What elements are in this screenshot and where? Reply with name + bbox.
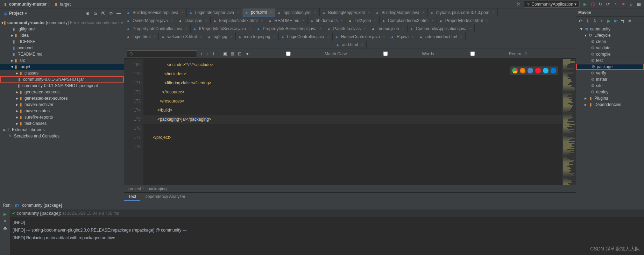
tree-item[interactable]: ▸ ▮generated-test-sources: [0, 95, 124, 101]
next-icon[interactable]: ›: [613, 2, 618, 7]
pin-icon[interactable]: ⏏: [2, 226, 7, 231]
editor-tab[interactable]: ●welcome-3.html×: [159, 33, 205, 41]
close-icon[interactable]: ×: [363, 26, 366, 31]
maven-phase-test[interactable]: ⚙ test: [576, 57, 644, 64]
close-icon[interactable]: ×: [361, 42, 363, 47]
tree-item[interactable]: ▮README.md: [0, 51, 124, 57]
editor-tab[interactable]: ●BuildingMapper.xml×: [320, 8, 373, 16]
close-icon[interactable]: ×: [302, 18, 305, 23]
editor-tab[interactable]: ●init2.json×: [346, 16, 379, 24]
close-icon[interactable]: ×: [383, 34, 385, 39]
editor-tab[interactable]: ●bg2.jpg×: [205, 33, 235, 41]
editor-tab[interactable]: ●mybatis-plus-core-3.4.0.pom×: [428, 8, 498, 16]
close-icon[interactable]: ×: [230, 34, 233, 39]
settings-icon[interactable]: ⚙: [108, 11, 113, 16]
maven-phase-site[interactable]: ⚙ site: [576, 83, 644, 89]
close-icon[interactable]: ×: [492, 10, 495, 15]
close-icon[interactable]: ×: [171, 18, 173, 23]
close-icon[interactable]: ×: [422, 10, 425, 15]
editor-tab[interactable]: ●add.html×: [333, 41, 366, 49]
tree-item[interactable]: ▸ ▮test-classes: [0, 120, 124, 127]
editor-tab[interactable]: ●OwnerMapper.java×: [124, 16, 176, 24]
close-icon[interactable]: ×: [181, 10, 184, 15]
close-icon[interactable]: ×: [237, 10, 239, 15]
close-icon[interactable]: ×: [368, 10, 370, 15]
tree-item[interactable]: ▾ ▮target: [0, 64, 124, 70]
tab-text[interactable]: Text: [124, 193, 140, 201]
editor-tab[interactable]: ●application.yml×: [275, 8, 320, 16]
editor-tab[interactable]: ●R.java×: [388, 33, 417, 41]
select-all-icon[interactable]: ▣: [223, 51, 227, 56]
tree-item[interactable]: ▮community-0.0.1-SNAPSHOT.jar: [0, 76, 124, 83]
close-icon[interactable]: ×: [249, 26, 251, 31]
words-check[interactable]: Words: [351, 51, 434, 56]
rerun-icon[interactable]: ↻: [598, 2, 603, 7]
opera-icon[interactable]: [535, 68, 541, 73]
close-icon[interactable]: ×: [314, 10, 317, 15]
run-maven-icon[interactable]: ▶: [606, 19, 611, 23]
tree-root[interactable]: ▾ ▮ community-master [community] E:\exte…: [0, 20, 124, 26]
gen-sources-icon[interactable]: ⤓: [585, 19, 590, 23]
tab-dep-analyzer[interactable]: Dependency Analyzer: [140, 193, 190, 201]
search-everywhere-icon[interactable]: ⌕: [629, 2, 634, 7]
rerun-alt-icon[interactable]: ⟳: [606, 2, 610, 7]
close-icon[interactable]: ×: [319, 26, 322, 31]
select-opened-icon[interactable]: ⊕: [85, 11, 90, 16]
maven-phase-clean[interactable]: ⚙ clean: [576, 38, 644, 45]
editor-tab[interactable]: ●templates\index.html×: [211, 16, 266, 24]
help-icon[interactable]: ?: [524, 51, 527, 56]
scratches[interactable]: ✎ Scratches and Consoles: [0, 133, 124, 139]
code-editor[interactable]: 169170171172173174175176177178 <include>…: [124, 59, 576, 185]
tree-item[interactable]: ▮.gitignore: [0, 26, 124, 32]
close-icon[interactable]: ×: [469, 26, 472, 31]
plugins-node[interactable]: ▸ ▮ Plugins: [576, 95, 644, 101]
collapse-icon[interactable]: ⇱: [101, 11, 106, 16]
maven-phase-package[interactable]: ⚙ package: [576, 64, 644, 70]
maven-logo-icon[interactable]: m: [613, 19, 618, 23]
tree-item[interactable]: ▸ ▮classes: [0, 70, 124, 76]
search-input[interactable]: [127, 50, 197, 57]
editor-tab[interactable]: ●IPropertyInfoService.java×: [191, 24, 254, 33]
reload-icon[interactable]: ⟳: [578, 19, 583, 23]
close-icon[interactable]: ×: [205, 18, 207, 23]
filter-icon[interactable]: ▼: [245, 51, 250, 56]
close-icon[interactable]: ×: [460, 34, 462, 39]
tree-item[interactable]: ▮LICENSE: [0, 38, 124, 45]
grid-icon[interactable]: ▦: [636, 2, 641, 7]
run-config[interactable]: community [package]: [22, 203, 62, 208]
tree-item[interactable]: ▸ ▮maven-archiver: [0, 101, 124, 108]
close-icon[interactable]: ×: [153, 34, 156, 39]
maven-phase-compile[interactable]: ⚙ compile: [576, 51, 644, 57]
close-icon[interactable]: ×: [411, 34, 414, 39]
firefox-icon[interactable]: [520, 68, 525, 73]
close-icon[interactable]: ×: [185, 26, 187, 31]
close-icon[interactable]: ×: [270, 10, 272, 15]
close-icon[interactable]: ×: [340, 18, 343, 23]
download-icon[interactable]: ⇩: [592, 19, 597, 23]
prev-match-icon[interactable]: ↑: [200, 51, 203, 56]
expand-icon[interactable]: ⇲: [93, 11, 98, 16]
project-tree[interactable]: ▾ ▮ community-master [community] E:\exte…: [0, 18, 124, 201]
editor-tab[interactable]: ●icon-login.png×: [236, 33, 279, 41]
tree-item[interactable]: ▸ ▮generated-sources: [0, 89, 124, 95]
toggle-icon[interactable]: ⇆: [620, 19, 625, 23]
add-selection-icon[interactable]: ▤: [231, 51, 234, 56]
maven-phase-install[interactable]: ⚙ install: [576, 76, 644, 83]
chrome-icon[interactable]: [512, 68, 518, 73]
editor-tab[interactable]: ●menus.json×: [369, 24, 407, 33]
editor-tab[interactable]: ●lib.dom.d.ts×: [308, 16, 346, 24]
stop-icon[interactable]: ■: [621, 2, 626, 7]
settings-icon[interactable]: ✶: [627, 19, 632, 23]
tree-item[interactable]: ▸ ▮src: [0, 57, 124, 64]
tree-item[interactable]: ▮community-0.0.1-SNAPSHOT.jar.original: [0, 83, 124, 89]
match-case-check[interactable]: Match Case: [253, 51, 347, 56]
tree-item[interactable]: ▮pom.xml: [0, 45, 124, 51]
edge-icon[interactable]: [551, 68, 556, 73]
editor-tab[interactable]: ●ComplaintIndex2.html×: [380, 16, 437, 24]
editor-tab[interactable]: ●LoginController.java×: [279, 33, 333, 41]
close-icon[interactable]: ×: [199, 34, 202, 39]
editor-tab[interactable]: ●PropertyIndex2.html×: [437, 16, 491, 24]
lifecycle-node[interactable]: ▾ ↻ Lifecycle: [576, 32, 644, 38]
editor-tab[interactable]: ●CommunityApplication.java×: [408, 24, 475, 33]
close-icon[interactable]: ×: [374, 18, 376, 23]
